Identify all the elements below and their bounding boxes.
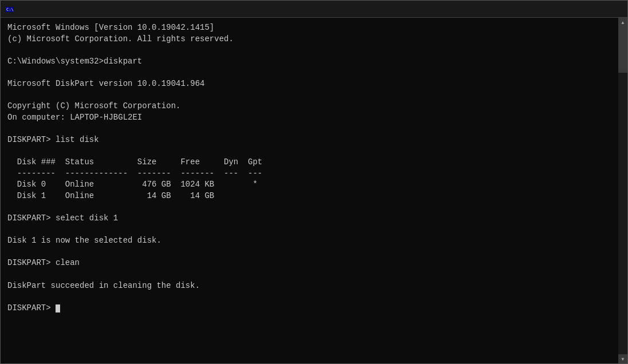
terminal-line: Microsoft Windows [Version 10.0.19042.14…: [7, 22, 611, 34]
scrollbar-up-button[interactable]: ▲: [618, 18, 627, 27]
terminal-line: [7, 269, 611, 280]
terminal-line: DISKPART> select disk 1: [7, 213, 611, 224]
terminal-line: DiskPart succeeded in cleaning the disk.: [7, 280, 611, 292]
cmd-icon: C:\: [5, 5, 14, 14]
terminal-line: Disk 0 Online 476 GB 1024 KB *: [7, 179, 611, 191]
title-bar: C:\: [1, 1, 627, 18]
terminal-output[interactable]: Microsoft Windows [Version 10.0.19042.14…: [1, 18, 618, 363]
svg-text:C:\: C:\: [6, 7, 14, 12]
terminal-line: [7, 202, 611, 213]
content-area: Microsoft Windows [Version 10.0.19042.14…: [1, 18, 627, 363]
terminal-line: (c) Microsoft Corporation. All rights re…: [7, 34, 611, 45]
close-button[interactable]: [597, 1, 623, 18]
scrollbar-track: [618, 27, 627, 354]
terminal-line: On computer: LAPTOP-HJBGL2EI: [7, 112, 611, 124]
terminal-line: Disk 1 Online 14 GB 14 GB: [7, 191, 611, 202]
terminal-cursor: [56, 304, 60, 312]
terminal-line: [7, 90, 611, 101]
terminal-line: [7, 247, 611, 258]
terminal-line: Microsoft DiskPart version 10.0.19041.96…: [7, 78, 611, 90]
terminal-line: [7, 291, 611, 303]
terminal-line: -------- ------------- ------- ------- -…: [7, 168, 611, 180]
cmd-window: C:\ Microsoft Windows [Version 10.0.1904…: [0, 0, 628, 364]
terminal-line: DISKPART>: [7, 303, 611, 314]
scrollbar[interactable]: ▲ ▼: [618, 18, 627, 363]
terminal-line: C:\Windows\system32>diskpart: [7, 56, 611, 68]
title-bar-controls: [544, 1, 623, 18]
terminal-line: [7, 224, 611, 236]
terminal-line: [7, 45, 611, 56]
restore-button[interactable]: [570, 1, 597, 18]
terminal-line: DISKPART> clean: [7, 258, 611, 269]
scrollbar-down-button[interactable]: ▼: [618, 354, 627, 363]
minimize-button[interactable]: [544, 1, 570, 18]
scrollbar-thumb[interactable]: [618, 27, 627, 73]
title-bar-left: C:\: [5, 5, 18, 14]
terminal-line: [7, 146, 611, 157]
terminal-line: [7, 123, 611, 134]
terminal-line: [7, 67, 611, 78]
terminal-line: DISKPART> list disk: [7, 134, 611, 146]
terminal-line: Copyright (C) Microsoft Corporation.: [7, 101, 611, 112]
terminal-line: Disk 1 is now the selected disk.: [7, 235, 611, 247]
terminal-line: Disk ### Status Size Free Dyn Gpt: [7, 157, 611, 168]
